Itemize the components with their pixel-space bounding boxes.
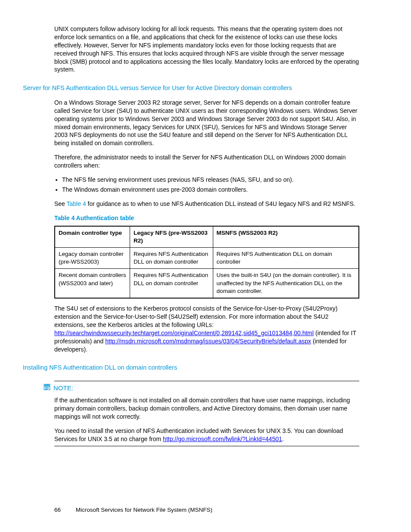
table-cell: Recent domain controllers (WSS2003 and l… <box>55 269 130 298</box>
note-label: NOTE: <box>53 384 73 392</box>
table-header: Domain controller type <box>55 226 130 248</box>
page-number: 66 <box>54 506 74 514</box>
table-header: MSNFS (WSS2003 R2) <box>213 226 359 248</box>
table-ref-link[interactable]: Table 4 <box>67 200 86 207</box>
page-footer: 66 Microsoft Services for Network File S… <box>54 506 212 514</box>
paragraph: Therefore, the administrator needs to in… <box>54 153 359 170</box>
intro-paragraph: UNIX computers follow advisory locking f… <box>54 25 359 74</box>
note-icon <box>43 383 51 393</box>
table-cell: Requires NFS Authentication DLL on domai… <box>130 248 213 269</box>
list-item: The NFS file serving environment uses pr… <box>62 176 359 184</box>
note-heading: NOTE: <box>43 383 359 393</box>
text: The S4U set of extensions to the Kerbero… <box>54 305 338 328</box>
external-link[interactable]: http://go.microsoft.com/fwlink/?LinkId=4… <box>163 436 282 442</box>
note-paragraph: You need to install the version of NFS A… <box>54 427 359 443</box>
external-link[interactable]: http://searchwindowssecurity.techtarget.… <box>54 330 314 336</box>
text: for guidance as to when to use NFS Authe… <box>86 200 355 207</box>
rule <box>54 381 359 381</box>
external-link[interactable]: http://msdn.microsoft.com/msdnmag/issues… <box>105 338 311 345</box>
paragraph: On a Windows Storage Server 2003 R2 stor… <box>54 99 359 147</box>
table-header: Legacy NFS (pre-WSS2003 R2) <box>130 226 213 248</box>
section-heading-auth-dll-vs-s4u: Server for NFS Authentication DLL versus… <box>23 84 359 93</box>
table-cell: Requires NFS Authentication DLL on domai… <box>213 248 359 269</box>
table-caption: Table 4 Authentication table <box>54 214 359 222</box>
paragraph: The S4U set of extensions to the Kerbero… <box>54 305 359 353</box>
paragraph: See Table 4 for guidance as to when to u… <box>54 200 359 208</box>
note-paragraph: If the authentication software is not in… <box>54 396 359 421</box>
table-cell: Legacy domain controller (pre-WSS2003) <box>55 248 130 269</box>
table-cell: Uses the built-in S4U (on the domain con… <box>213 269 359 298</box>
section-heading-installing-dll: Installing NFS Authentication DLL on dom… <box>23 364 359 372</box>
footer-title: Microsoft Services for Network File Syst… <box>76 507 212 513</box>
document-page: UNIX computers follow advisory locking f… <box>0 0 411 532</box>
text: . <box>282 436 284 442</box>
rule <box>54 446 359 446</box>
bullet-list: The NFS file serving environment uses pr… <box>54 176 359 194</box>
text: See <box>54 200 67 207</box>
table-row: Recent domain controllers (WSS2003 and l… <box>55 269 359 298</box>
list-item: The Windows domain environment uses pre-… <box>62 186 359 194</box>
table-row: Legacy domain controller (pre-WSS2003) R… <box>55 248 359 269</box>
authentication-table: Domain controller type Legacy NFS (pre-W… <box>54 226 359 299</box>
note-block: NOTE: If the authentication software is … <box>54 381 359 446</box>
table-cell: Requires NFS Authentication DLL on domai… <box>130 269 213 298</box>
